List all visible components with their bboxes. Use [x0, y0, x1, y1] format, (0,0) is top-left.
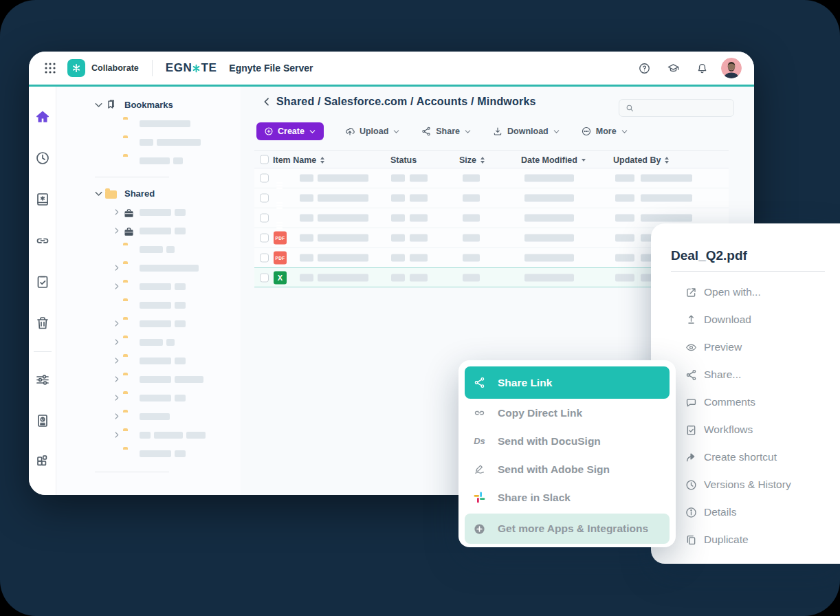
chevron-right-icon[interactable] [112, 393, 123, 404]
column-header[interactable]: Date Modified [521, 151, 586, 169]
tree-skeleton-row[interactable] [56, 240, 241, 258]
tree-skeleton-row[interactable] [56, 203, 241, 221]
download-button[interactable]: Download [492, 126, 560, 137]
upload-button[interactable]: Upload [344, 126, 400, 137]
sidebar-section-shared[interactable]: Shared [56, 184, 241, 203]
chevron-right-icon[interactable] [112, 226, 123, 236]
sort-desc-icon[interactable] [582, 159, 586, 162]
column-header[interactable]: Size [459, 151, 485, 169]
share-menu-item[interactable]: Get more Apps & Integrations [465, 514, 670, 544]
share-icon [685, 368, 698, 382]
more-button[interactable]: More [581, 126, 628, 137]
file-action-item[interactable]: Download [651, 306, 840, 333]
column-header[interactable]: Status [390, 151, 417, 169]
chevron-right-icon[interactable] [112, 337, 123, 348]
tree-skeleton-row[interactable] [56, 444, 241, 463]
settings-sliders-icon[interactable] [34, 371, 51, 388]
row-checkbox[interactable] [260, 214, 269, 223]
row-checkbox[interactable] [260, 174, 269, 183]
skeleton-bar [140, 395, 171, 402]
tree-skeleton-row[interactable] [56, 333, 241, 351]
tree-skeleton-row[interactable] [56, 114, 241, 133]
share-menu-item[interactable]: Share Link [465, 366, 670, 399]
trash-icon[interactable] [34, 315, 51, 331]
share-button[interactable]: Share [421, 126, 472, 137]
table-row[interactable] [254, 168, 729, 188]
sidebar-section-bookmarks[interactable]: Bookmarks [56, 95, 241, 114]
tree-skeleton-row[interactable] [56, 370, 241, 388]
file-action-item[interactable]: Share... [651, 361, 840, 388]
file-action-item[interactable]: Workflows [651, 416, 840, 443]
column-header[interactable]: Updated By [613, 151, 669, 169]
sort-icon[interactable] [665, 157, 669, 164]
reports-icon[interactable] [34, 412, 51, 429]
share-menu-item[interactable]: Send with Adobe Sign [465, 455, 670, 483]
home-icon[interactable] [34, 109, 51, 125]
table-row[interactable] [254, 188, 729, 208]
chevron-right-icon[interactable] [112, 318, 123, 329]
sort-icon[interactable] [480, 157, 485, 164]
skeleton-bar [300, 234, 313, 242]
column-header[interactable]: Item Name [273, 151, 324, 169]
share-menu-item[interactable]: DsSend with DocuSign [465, 427, 670, 455]
tree-skeleton-row[interactable] [56, 296, 241, 314]
share-menu-item-label: Share in Slack [498, 492, 571, 504]
app-launcher-grid-icon[interactable] [44, 62, 56, 74]
row-checkbox[interactable] [260, 254, 269, 263]
row-checkbox[interactable] [260, 234, 269, 243]
file-action-item[interactable]: Preview [651, 333, 840, 361]
chevron-right-icon[interactable] [112, 355, 123, 366]
tree-skeleton-row[interactable] [56, 133, 241, 151]
tasks-clipboard-icon[interactable] [34, 274, 51, 290]
file-action-item[interactable]: Comments [651, 388, 840, 416]
recents-clock-icon[interactable] [34, 150, 51, 166]
tree-skeleton-row[interactable] [56, 221, 241, 240]
plus-circle-icon [264, 126, 274, 136]
bookmarks-book-icon[interactable] [34, 191, 51, 208]
share-menu-item[interactable]: Copy Direct Link [465, 399, 670, 427]
create-button[interactable]: Create [256, 122, 324, 140]
skeleton-bar [615, 234, 634, 242]
chevron-down-icon [93, 188, 104, 199]
file-action-item[interactable]: Versions & History [651, 471, 840, 498]
file-action-item[interactable]: Open with... [651, 278, 840, 306]
tree-skeleton-row[interactable] [56, 151, 241, 170]
chevron-right-icon[interactable] [112, 411, 123, 422]
chevron-right-icon[interactable] [112, 430, 123, 441]
share-menu-item[interactable]: Share in Slack [465, 483, 670, 512]
user-avatar[interactable] [721, 58, 742, 78]
skeleton-bar [140, 120, 190, 127]
chevron-right-icon[interactable] [112, 281, 123, 292]
tree-skeleton-row[interactable] [56, 426, 241, 444]
docusign-icon: Ds [473, 434, 486, 448]
select-all-checkbox[interactable] [260, 155, 269, 164]
row-checkbox[interactable] [260, 273, 269, 282]
file-action-item-label: Versions & History [704, 478, 791, 491]
tree-skeleton-row[interactable] [56, 388, 241, 407]
back-chevron-icon[interactable] [261, 96, 272, 107]
training-cap-icon[interactable] [667, 62, 680, 75]
help-icon[interactable] [638, 62, 651, 75]
tree-skeleton-row[interactable] [56, 351, 241, 370]
file-action-item[interactable]: Create shortcut [651, 443, 840, 471]
skeleton-bar [318, 234, 368, 242]
tree-skeleton-row[interactable] [56, 407, 241, 426]
sort-icon[interactable] [320, 157, 324, 164]
chevron-right-icon[interactable] [112, 374, 123, 385]
briefcase-icon [123, 226, 135, 236]
apps-grid-icon[interactable] [34, 454, 51, 470]
notifications-bell-icon[interactable] [696, 62, 709, 75]
tree-skeleton-row[interactable] [56, 314, 241, 333]
tree-skeleton-row[interactable] [56, 258, 241, 277]
search-input[interactable] [639, 103, 728, 113]
row-checkbox[interactable] [260, 194, 269, 203]
file-action-item[interactable]: Details [651, 498, 840, 526]
chevron-right-icon[interactable] [112, 207, 123, 218]
links-chain-icon[interactable] [34, 232, 51, 249]
file-action-item[interactable]: Duplicate [651, 526, 840, 553]
collaborate-app-icon[interactable] [67, 59, 85, 77]
tree-skeleton-row[interactable] [56, 277, 241, 296]
column-header-label: Item Name [273, 155, 316, 165]
search-box[interactable] [619, 99, 734, 117]
chevron-right-icon[interactable] [112, 263, 123, 274]
